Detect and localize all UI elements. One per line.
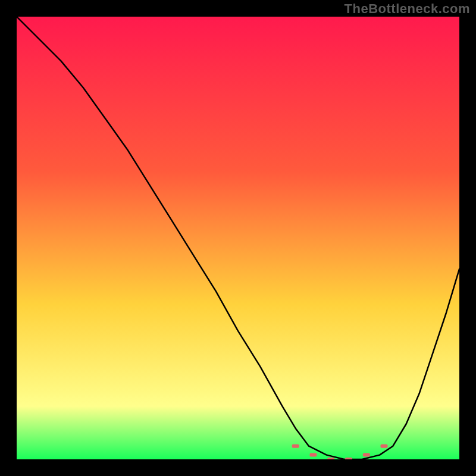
optimal-marker — [310, 453, 317, 457]
bottleneck-chart — [17, 17, 459, 459]
optimal-marker — [363, 453, 370, 457]
optimal-marker — [345, 458, 352, 459]
optimal-marker — [327, 458, 334, 459]
plot-area — [17, 17, 459, 459]
gradient-background — [17, 17, 459, 459]
optimal-marker — [381, 444, 388, 448]
chart-frame: TheBottleneck.com — [0, 0, 476, 476]
optimal-marker — [292, 444, 299, 448]
watermark-text: TheBottleneck.com — [345, 1, 470, 17]
